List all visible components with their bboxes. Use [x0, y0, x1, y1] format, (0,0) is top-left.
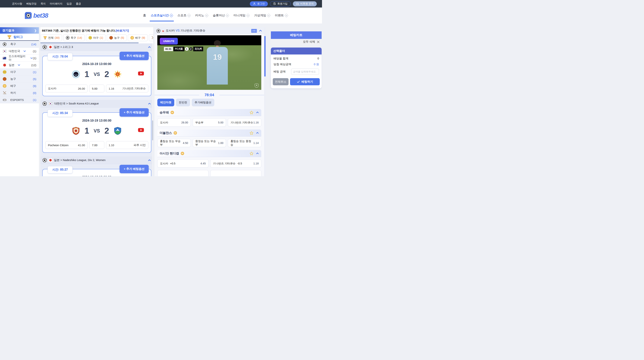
nav-slots[interactable]: 슬롯머신: [212, 11, 229, 20]
bet-option-draw[interactable]: 무승부 5.00: [193, 118, 226, 127]
bet-amount-input[interactable]: [291, 69, 319, 75]
more-bet-options-button[interactable]: + 추가 베팅옵션: [120, 108, 149, 117]
scrollbar-thumb[interactable]: [152, 120, 153, 140]
scrollbar-thumb[interactable]: [264, 36, 266, 76]
collapse-chevron-icon[interactable]: [148, 45, 151, 49]
option-odds: 1.16: [254, 121, 259, 124]
sidebar-item-volleyball[interactable]: 배구 (9): [0, 82, 39, 89]
nav-sports[interactable]: 스포츠: [177, 11, 191, 20]
filter-tab-all[interactable]: 전체 (30): [41, 34, 62, 41]
option-label: 홈팀승 또는 무승부: [160, 139, 183, 147]
chevron-right-icon: ❯: [34, 29, 37, 32]
nav-sports-live[interactable]: 스포츠실시간: [150, 11, 173, 20]
league-header-nadeshiko[interactable]: 일본 > Nadeshiko League, Div 2, Women: [40, 156, 153, 164]
topbar-link-messages[interactable]: 쪽지: [40, 2, 46, 5]
collapse-chevron-icon[interactable]: [256, 152, 259, 155]
odds-draw-button[interactable]: 7.00: [89, 141, 104, 149]
cancel-all-button[interactable]: 전체취소: [273, 78, 288, 85]
favorite-star-icon[interactable]: [250, 110, 254, 115]
sidebar-item-top-league[interactable]: 탑리그: [0, 34, 39, 41]
clear-all-button[interactable]: 모두 삭제: [271, 39, 322, 45]
market-header[interactable]: 아시안 핸디캡: [157, 150, 261, 157]
market-name: 승무패: [160, 110, 169, 115]
soccer-ball-icon: [42, 158, 47, 162]
topbar-link-rules[interactable]: 베팅규정: [26, 2, 36, 5]
filter-tab-basketball[interactable]: 농구 (5): [107, 34, 126, 41]
guest-inquiry-button[interactable]: 비회원 문의: [293, 1, 317, 6]
bet-option[interactable]: [210, 170, 262, 176]
bet-option[interactable]: [157, 170, 208, 176]
bet-option-home[interactable]: 오사카 26.00: [157, 118, 191, 127]
youtube-icon[interactable]: [137, 70, 145, 77]
sidebar-item-hockey[interactable]: 하키 (0): [0, 89, 39, 96]
overlay-clock: 81:31: [164, 47, 173, 51]
market-header[interactable]: 승무패: [157, 109, 261, 116]
nav-event[interactable]: 이벤트: [274, 11, 288, 20]
bet-option-away[interactable]: 기나반즈 기타큐슈 1.16: [228, 118, 261, 127]
odds-home-button[interactable]: 오사카 26.00: [45, 84, 88, 92]
filter-tab-baseball[interactable]: 야구 (1): [86, 34, 106, 41]
collapse-chevron-icon[interactable]: [148, 102, 151, 105]
youtube-icon[interactable]: [137, 127, 145, 133]
japan-flag-icon: [48, 45, 52, 49]
filter-tab-hockey[interactable]: 하키 (0): [149, 34, 153, 41]
more-bet-options-button[interactable]: + 추가 베팅옵션: [120, 52, 149, 60]
filter-tab-soccer[interactable]: 축구 (14): [63, 34, 84, 41]
nav-virtual[interactable]: 가상게임: [254, 11, 270, 20]
chevron-down-icon: [30, 56, 33, 59]
nav-casino[interactable]: 카지노: [195, 11, 208, 20]
odds-away-button[interactable]: 1.10 파주 시민: [106, 141, 148, 149]
bet-option-x2[interactable]: 원정승 또는 무승부 1.00: [193, 139, 226, 147]
logo[interactable]: bet38: [25, 12, 48, 19]
login-button[interactable]: 로그인: [250, 1, 268, 6]
unmute-button[interactable]: UNMUTE: [160, 38, 178, 44]
pitch-view-icon[interactable]: [251, 29, 257, 33]
sidebar-item-australia[interactable]: 오스트레일리아 (1): [0, 55, 39, 62]
topbar-link-deposit[interactable]: 입금: [67, 2, 72, 5]
sidebar-item-soccer[interactable]: 축구 (14): [0, 41, 39, 48]
sidebar-item-basketball[interactable]: 농구 (5): [0, 75, 39, 82]
odds-away-button[interactable]: 1.16 기나반즈 기타큐슈: [106, 84, 148, 92]
collapse-chevron-icon[interactable]: [256, 111, 259, 114]
tab-main-market[interactable]: 메인마켓: [157, 99, 174, 106]
bet-option-away-handicap[interactable]: 기나반즈 기타큐슈 -0.5 1.18: [210, 159, 262, 168]
topbar-link-notice[interactable]: 공지사항: [12, 2, 22, 5]
favorite-star-icon[interactable]: [250, 151, 254, 156]
odds-draw-button[interactable]: 5.00: [89, 84, 104, 92]
bet-option-12[interactable]: 홈팀승 또는 원정승 1.14: [228, 139, 261, 147]
sidebar-label: 배구: [10, 84, 16, 88]
collapse-chevron-icon[interactable]: [148, 159, 151, 162]
topbar-link-withdraw[interactable]: 출금: [76, 2, 81, 5]
nav-home[interactable]: 홈: [143, 11, 146, 20]
chat-icon: [296, 2, 299, 5]
signup-button[interactable]: 회원가입: [270, 1, 291, 6]
market-header[interactable]: 더블찬스: [157, 129, 261, 136]
filter-tab-volleyball[interactable]: 배구 (9): [128, 34, 148, 41]
tab-first-half[interactable]: 전반전: [176, 99, 190, 106]
odds-home-button[interactable]: Pocheon Citizen 41.00: [45, 141, 88, 149]
overlay-home-name: FC大阪: [174, 47, 184, 51]
place-bet-button[interactable]: 베팅하기: [290, 78, 320, 85]
collapse-chevron-icon[interactable]: [256, 131, 259, 134]
bet-option-home-handicap[interactable]: 오사카 +0.5 4.45: [157, 159, 208, 168]
logo-soccer-icon: [25, 12, 32, 19]
sidebar-results-header[interactable]: 경기결과 ❯: [0, 27, 39, 34]
score-overlay: 81:31 FC大阪 1 2 北九州: [164, 47, 203, 51]
sidebar-count: (9): [33, 84, 36, 87]
sidebar-label: 하키: [10, 91, 16, 95]
tab-extra-options[interactable]: 추가배팅옵션: [192, 99, 214, 106]
notice-shortcut-link[interactable]: [바로가기]: [116, 29, 129, 32]
league-header-jleague3[interactable]: 일본 > J.리그 3: [40, 43, 153, 51]
sidebar-item-korea[interactable]: 대한민국 (1): [0, 48, 39, 55]
league-header-k3league[interactable]: 대한민국 > South Korea K3 League: [40, 100, 153, 107]
collapse-chevron-icon[interactable]: [259, 29, 262, 32]
nav-minigame[interactable]: 미니게임: [233, 11, 250, 20]
favorite-star-icon[interactable]: [250, 131, 254, 135]
sidebar-item-baseball[interactable]: 야구 (1): [0, 69, 39, 75]
topbar-link-mypage[interactable]: 마이페이지: [50, 2, 62, 5]
more-bet-options-button[interactable]: + 추가 베팅옵션: [120, 165, 149, 173]
bet-option-1x[interactable]: 홈팀승 또는 무승부 4.50: [157, 139, 191, 147]
sidebar-item-esports[interactable]: ESPORTS (1): [0, 96, 39, 103]
live-video-player[interactable]: 19 UNMUTE 81:31 FC大阪 1 2 北九州: [157, 35, 261, 90]
sidebar-item-japan[interactable]: 일본 (12): [0, 62, 39, 69]
